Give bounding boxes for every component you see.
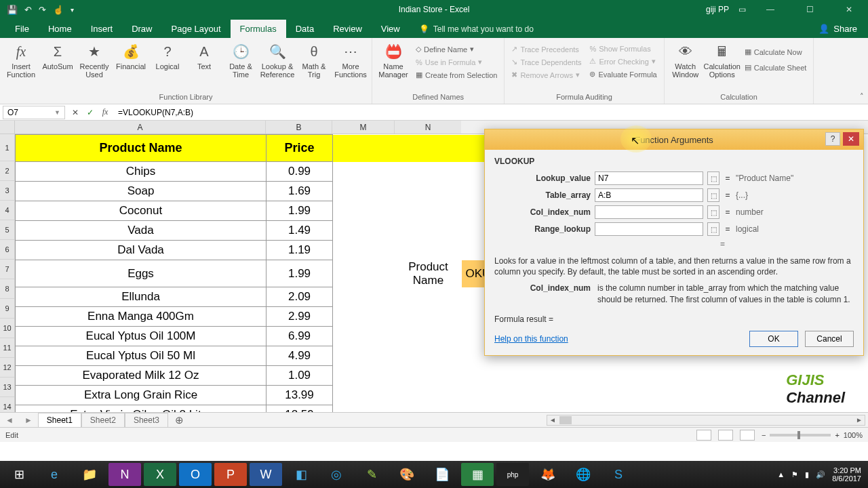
cell-product[interactable]: Enna Manga 400Gm bbox=[16, 307, 267, 327]
range-picker-icon[interactable]: ⬚ bbox=[707, 205, 719, 219]
col-header-m[interactable]: M bbox=[332, 121, 395, 134]
arg-input[interactable] bbox=[595, 205, 703, 219]
cell-price[interactable]: 1.99 bbox=[267, 201, 333, 221]
range-picker-icon[interactable]: ⬚ bbox=[707, 222, 719, 236]
range-picker-icon[interactable]: ⬚ bbox=[707, 171, 719, 185]
header-product-name[interactable]: Product Name bbox=[16, 135, 267, 162]
math-trig-button[interactable]: θMath & Trig bbox=[297, 41, 331, 80]
range-picker-icon[interactable]: ⬚ bbox=[707, 188, 719, 202]
recently-used-button[interactable]: ★Recently Used bbox=[77, 41, 111, 80]
cell-price[interactable]: 1.99 bbox=[267, 260, 333, 287]
share-button[interactable]: 👤 Share bbox=[808, 20, 868, 38]
cell-product[interactable]: Soap bbox=[16, 182, 267, 201]
row-header[interactable]: 9 bbox=[0, 299, 15, 319]
row-header[interactable]: 8 bbox=[0, 279, 15, 299]
user-name[interactable]: giji PP bbox=[706, 5, 729, 14]
taskbar-teamviewer-icon[interactable]: ◎ bbox=[320, 463, 353, 486]
tab-page-layout[interactable]: Page Layout bbox=[162, 20, 231, 38]
formula-input[interactable] bbox=[113, 106, 868, 119]
cancel-formula-icon[interactable]: ✕ bbox=[68, 108, 83, 117]
tray-flag-icon[interactable]: ⚑ bbox=[791, 470, 798, 479]
taskbar-notepadpp-icon[interactable]: ✎ bbox=[355, 463, 388, 486]
cell-price[interactable]: 12.59 bbox=[267, 405, 333, 413]
cell-product[interactable]: Eucal Yptus Oil 100M bbox=[16, 327, 267, 346]
taskbar-app-icon[interactable]: ◧ bbox=[285, 463, 317, 486]
row-header[interactable]: 14 bbox=[0, 397, 15, 412]
dialog-help-button[interactable]: ? bbox=[825, 132, 840, 146]
sheet-tab-1[interactable]: Sheet1 bbox=[38, 413, 81, 427]
collapse-ribbon-icon[interactable]: ˄ bbox=[860, 92, 864, 101]
tray-network-icon[interactable]: ▮ bbox=[805, 470, 809, 479]
dialog-titlebar[interactable]: Function Arguments ? ✕ bbox=[485, 129, 863, 150]
calculation-options-button[interactable]: 🖩Calculation Options bbox=[705, 41, 739, 80]
taskbar-explorer-icon[interactable]: 📁 bbox=[73, 463, 106, 486]
qat-more-icon[interactable]: ▾ bbox=[71, 6, 74, 14]
error-checking-button[interactable]: ⚠ Error Checking ▾ bbox=[587, 56, 659, 67]
taskbar-ie-icon[interactable]: e bbox=[38, 463, 71, 486]
remove-arrows-button[interactable]: ✖ Remove Arrows ▾ bbox=[509, 69, 584, 81]
help-link[interactable]: Help on this function bbox=[494, 334, 568, 344]
insert-function-icon[interactable]: fx bbox=[98, 107, 113, 117]
create-from-selection-button[interactable]: ▦ Create from Selection bbox=[413, 69, 500, 81]
name-manager-button[interactable]: 📛Name Manager bbox=[376, 41, 410, 81]
cell-product[interactable]: Extra Virgin Oilve Oil 2 Litre bbox=[16, 405, 267, 413]
tab-draw[interactable]: Draw bbox=[122, 20, 161, 38]
tab-formulas[interactable]: Formulas bbox=[231, 20, 286, 38]
insert-function-button[interactable]: fxInsert Function bbox=[4, 41, 38, 80]
taskbar-notepad-icon[interactable]: 📄 bbox=[426, 463, 458, 486]
dialog-close-button[interactable]: ✕ bbox=[843, 132, 859, 146]
cell-product[interactable]: Eucal Yptus Oil 50 Ml bbox=[16, 346, 267, 366]
col-header-b[interactable]: B bbox=[266, 121, 332, 134]
financial-button[interactable]: 💰Financial bbox=[114, 41, 148, 80]
cell-product[interactable]: Ellunda bbox=[16, 287, 267, 307]
cell-product[interactable]: Evaporated Milk 12 Oz bbox=[16, 366, 267, 386]
row-header[interactable]: 6 bbox=[0, 240, 15, 260]
data-table[interactable]: Product Name Price Chips0.99Soap1.69Coco… bbox=[15, 134, 495, 412]
system-tray[interactable]: ▲ ⚑ ▮ 🔊 3:20 PM8/6/2017 bbox=[777, 466, 865, 483]
date-time-button[interactable]: 🕒Date & Time bbox=[224, 41, 258, 80]
cell-product[interactable]: Coconut bbox=[16, 201, 267, 221]
arg-input[interactable] bbox=[595, 222, 703, 236]
taskbar-chrome-icon[interactable]: 🌐 bbox=[567, 463, 599, 486]
add-sheet-button[interactable]: ⊕ bbox=[168, 414, 191, 426]
tray-up-icon[interactable]: ▲ bbox=[777, 470, 785, 479]
touch-mode-icon[interactable]: ☝ bbox=[53, 5, 64, 15]
horizontal-scrollbar[interactable]: ◄► bbox=[547, 415, 865, 426]
row-header[interactable]: 5 bbox=[0, 220, 15, 240]
row-header[interactable]: 10 bbox=[0, 319, 15, 338]
arg-input[interactable] bbox=[595, 171, 703, 185]
use-in-formula-button[interactable]: % Use in Formula ▾ bbox=[413, 56, 500, 68]
row-header[interactable]: 2 bbox=[0, 161, 15, 181]
sheet-tab-3[interactable]: Sheet3 bbox=[125, 413, 168, 427]
sheet-tab-2[interactable]: Sheet2 bbox=[81, 413, 125, 427]
cell-product[interactable]: Chips bbox=[16, 162, 267, 182]
row-header[interactable]: 7 bbox=[0, 260, 15, 279]
tab-review[interactable]: Review bbox=[323, 20, 372, 38]
watch-window-button[interactable]: 👁Watch Window bbox=[669, 41, 703, 80]
cell-product[interactable]: Extra Long Grain Rice bbox=[16, 386, 267, 405]
cell-price[interactable]: 4.99 bbox=[267, 346, 333, 366]
row-header[interactable]: 12 bbox=[0, 358, 15, 378]
taskbar-word-icon[interactable]: W bbox=[250, 463, 282, 486]
show-formulas-button[interactable]: % Show Formulas bbox=[587, 43, 659, 54]
cell-price[interactable]: 1.49 bbox=[267, 221, 333, 241]
cell-product[interactable]: Vada bbox=[16, 221, 267, 241]
taskbar-calc-icon[interactable]: ▦ bbox=[461, 463, 494, 486]
row-header[interactable]: 4 bbox=[0, 201, 15, 220]
logical-button[interactable]: ?Logical bbox=[151, 41, 184, 80]
taskbar-outlook-icon[interactable]: O bbox=[179, 463, 212, 486]
sheet-nav-next[interactable]: ► bbox=[19, 415, 38, 425]
arg-input[interactable] bbox=[595, 188, 703, 202]
zoom-level[interactable]: 100% bbox=[844, 431, 863, 439]
zoom-control[interactable]: −+ 100% bbox=[762, 431, 863, 439]
lookup-button[interactable]: 🔍Lookup & Reference bbox=[260, 41, 294, 80]
save-icon[interactable]: 💾 bbox=[7, 5, 18, 15]
calculate-sheet-button[interactable]: ▤ Calculate Sheet bbox=[742, 62, 810, 73]
tab-insert[interactable]: Insert bbox=[81, 20, 123, 38]
calculate-now-button[interactable]: ▦ Calculate Now bbox=[742, 46, 810, 58]
redo-icon[interactable]: ↷ bbox=[39, 5, 46, 15]
normal-view-icon[interactable] bbox=[696, 430, 711, 441]
select-all-button[interactable] bbox=[0, 121, 15, 134]
tab-home[interactable]: Home bbox=[39, 20, 81, 38]
minimize-button[interactable]: — bbox=[755, 0, 785, 19]
